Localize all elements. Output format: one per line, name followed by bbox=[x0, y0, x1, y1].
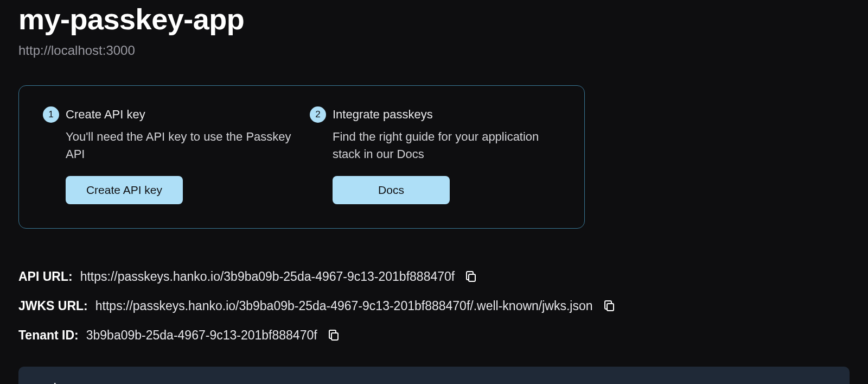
step-badge-2: 2 bbox=[310, 106, 326, 123]
step-desc-2: Find the right guide for your applicatio… bbox=[333, 128, 560, 163]
api-url-label: API URL: bbox=[18, 269, 73, 284]
copy-icon bbox=[464, 270, 477, 283]
page-title: my-passkey-app bbox=[18, 3, 850, 35]
copy-tenant-id-button[interactable] bbox=[325, 326, 342, 344]
info-list: API URL: https://passkeys.hanko.io/3b9ba… bbox=[18, 268, 850, 344]
tenant-id-label: Tenant ID: bbox=[18, 328, 79, 343]
page-subtitle: http://localhost:3000 bbox=[18, 43, 850, 58]
step-create-api-key: 1 Create API key You'll need the API key… bbox=[43, 106, 293, 204]
docs-button[interactable]: Docs bbox=[333, 176, 450, 204]
step-title-2: Integrate passkeys bbox=[333, 108, 433, 122]
svg-rect-1 bbox=[607, 304, 614, 311]
api-url-value: https://passkeys.hanko.io/3b9ba09b-25da-… bbox=[80, 269, 455, 284]
copy-jwks-url-button[interactable] bbox=[601, 297, 618, 314]
create-api-key-button[interactable]: Create API key bbox=[66, 176, 183, 204]
tenant-id-row: Tenant ID: 3b9ba09b-25da-4967-9c13-201bf… bbox=[18, 326, 850, 344]
step-desc-1: You'll need the API key to use the Passk… bbox=[66, 128, 293, 163]
step-badge-1: 1 bbox=[43, 106, 59, 123]
svg-rect-2 bbox=[331, 333, 338, 340]
copy-icon bbox=[603, 299, 616, 312]
tenant-id-value: 3b9ba09b-25da-4967-9c13-201bf888470f bbox=[86, 328, 317, 343]
step-integrate-passkeys: 2 Integrate passkeys Find the right guid… bbox=[310, 106, 560, 204]
api-url-row: API URL: https://passkeys.hanko.io/3b9ba… bbox=[18, 268, 850, 285]
copy-icon bbox=[327, 329, 340, 342]
jwks-url-label: JWKS URL: bbox=[18, 299, 88, 313]
active-users-title: Active users bbox=[30, 381, 838, 384]
svg-rect-0 bbox=[469, 274, 475, 281]
onboarding-steps-card: 1 Create API key You'll need the API key… bbox=[18, 85, 585, 229]
step-title-1: Create API key bbox=[66, 108, 145, 122]
jwks-url-row: JWKS URL: https://passkeys.hanko.io/3b9b… bbox=[18, 297, 850, 314]
active-users-card: Active users bbox=[18, 367, 850, 384]
copy-api-url-button[interactable] bbox=[462, 268, 480, 285]
jwks-url-value: https://passkeys.hanko.io/3b9ba09b-25da-… bbox=[95, 299, 593, 313]
